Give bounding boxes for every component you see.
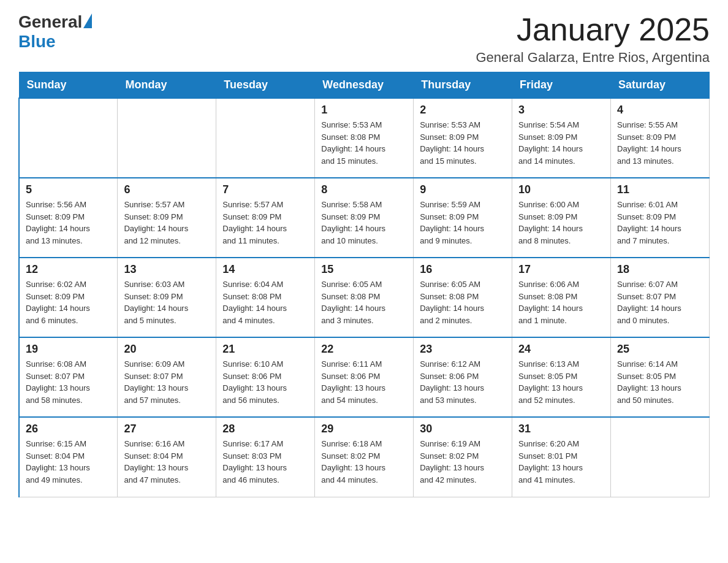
- day-cell-14: 14Sunrise: 6:04 AM Sunset: 8:08 PM Dayli…: [216, 258, 315, 337]
- day-info-17: Sunrise: 6:06 AM Sunset: 8:08 PM Dayligh…: [518, 278, 604, 326]
- day-number-4: 4: [617, 104, 703, 117]
- day-number-13: 13: [124, 263, 210, 276]
- day-info-24: Sunrise: 6:13 AM Sunset: 8:05 PM Dayligh…: [518, 358, 604, 406]
- day-cell-15: 15Sunrise: 6:05 AM Sunset: 8:08 PM Dayli…: [315, 258, 414, 337]
- day-number-31: 31: [518, 423, 604, 435]
- day-number-9: 9: [420, 183, 506, 196]
- week-row-2: 5Sunrise: 5:56 AM Sunset: 8:09 PM Daylig…: [19, 178, 710, 258]
- day-cell-27: 27Sunrise: 6:16 AM Sunset: 8:04 PM Dayli…: [118, 417, 216, 497]
- day-number-15: 15: [321, 263, 407, 276]
- column-header-friday: Friday: [512, 72, 611, 99]
- week-row-3: 12Sunrise: 6:02 AM Sunset: 8:09 PM Dayli…: [19, 258, 710, 337]
- day-info-11: Sunrise: 6:01 AM Sunset: 8:09 PM Dayligh…: [617, 199, 703, 247]
- day-cell-25: 25Sunrise: 6:14 AM Sunset: 8:05 PM Dayli…: [611, 337, 710, 417]
- day-cell-18: 18Sunrise: 6:07 AM Sunset: 8:07 PM Dayli…: [611, 258, 710, 337]
- day-cell-16: 16Sunrise: 6:05 AM Sunset: 8:08 PM Dayli…: [414, 258, 512, 337]
- day-info-5: Sunrise: 5:56 AM Sunset: 8:09 PM Dayligh…: [26, 199, 111, 247]
- logo-text-group: General Blue: [18, 12, 92, 52]
- day-number-11: 11: [617, 183, 703, 196]
- column-header-saturday: Saturday: [611, 72, 710, 99]
- day-info-21: Sunrise: 6:10 AM Sunset: 8:06 PM Dayligh…: [222, 358, 308, 406]
- day-info-27: Sunrise: 6:16 AM Sunset: 8:04 PM Dayligh…: [124, 438, 210, 486]
- day-cell-23: 23Sunrise: 6:12 AM Sunset: 8:06 PM Dayli…: [414, 337, 512, 417]
- day-number-2: 2: [420, 104, 506, 117]
- day-info-4: Sunrise: 5:55 AM Sunset: 8:09 PM Dayligh…: [617, 119, 703, 167]
- day-number-18: 18: [617, 263, 703, 276]
- page-header: General Blue January 2025 General Galarz…: [18, 12, 710, 66]
- day-info-13: Sunrise: 6:03 AM Sunset: 8:09 PM Dayligh…: [124, 278, 210, 326]
- day-info-8: Sunrise: 5:58 AM Sunset: 8:09 PM Dayligh…: [321, 199, 407, 247]
- day-info-12: Sunrise: 6:02 AM Sunset: 8:09 PM Dayligh…: [26, 278, 111, 326]
- day-info-7: Sunrise: 5:57 AM Sunset: 8:09 PM Dayligh…: [222, 199, 308, 247]
- day-number-10: 10: [518, 183, 604, 196]
- day-info-20: Sunrise: 6:09 AM Sunset: 8:07 PM Dayligh…: [124, 358, 210, 406]
- day-cell-17: 17Sunrise: 6:06 AM Sunset: 8:08 PM Dayli…: [512, 258, 611, 337]
- day-number-24: 24: [518, 343, 604, 356]
- day-cell-20: 20Sunrise: 6:09 AM Sunset: 8:07 PM Dayli…: [118, 337, 216, 417]
- day-number-6: 6: [124, 183, 210, 196]
- day-cell-1: 1Sunrise: 5:53 AM Sunset: 8:08 PM Daylig…: [315, 98, 414, 178]
- empty-cell: [216, 98, 315, 178]
- logo-row1: General: [18, 12, 92, 32]
- calendar-title: January 2025: [476, 12, 710, 47]
- logo-triangle-icon: [83, 13, 92, 28]
- day-cell-2: 2Sunrise: 5:53 AM Sunset: 8:09 PM Daylig…: [414, 98, 512, 178]
- day-number-19: 19: [26, 343, 111, 356]
- day-info-30: Sunrise: 6:19 AM Sunset: 8:02 PM Dayligh…: [420, 438, 506, 486]
- day-info-25: Sunrise: 6:14 AM Sunset: 8:05 PM Dayligh…: [617, 358, 703, 406]
- day-number-7: 7: [222, 183, 308, 196]
- day-cell-7: 7Sunrise: 5:57 AM Sunset: 8:09 PM Daylig…: [216, 178, 315, 258]
- day-info-19: Sunrise: 6:08 AM Sunset: 8:07 PM Dayligh…: [26, 358, 111, 406]
- column-header-sunday: Sunday: [19, 72, 118, 99]
- day-number-23: 23: [420, 343, 506, 356]
- logo: General Blue: [18, 12, 92, 52]
- day-number-5: 5: [26, 183, 111, 196]
- day-number-22: 22: [321, 343, 407, 356]
- day-info-23: Sunrise: 6:12 AM Sunset: 8:06 PM Dayligh…: [420, 358, 506, 406]
- day-number-29: 29: [321, 423, 407, 435]
- day-number-30: 30: [420, 423, 506, 435]
- day-number-14: 14: [222, 263, 308, 276]
- week-row-5: 26Sunrise: 6:15 AM Sunset: 8:04 PM Dayli…: [19, 417, 710, 497]
- day-cell-24: 24Sunrise: 6:13 AM Sunset: 8:05 PM Dayli…: [512, 337, 611, 417]
- day-number-25: 25: [617, 343, 703, 356]
- day-number-12: 12: [26, 263, 111, 276]
- day-cell-6: 6Sunrise: 5:57 AM Sunset: 8:09 PM Daylig…: [118, 178, 216, 258]
- day-info-2: Sunrise: 5:53 AM Sunset: 8:09 PM Dayligh…: [420, 119, 506, 167]
- day-cell-30: 30Sunrise: 6:19 AM Sunset: 8:02 PM Dayli…: [414, 417, 512, 497]
- day-info-14: Sunrise: 6:04 AM Sunset: 8:08 PM Dayligh…: [222, 278, 308, 326]
- week-row-4: 19Sunrise: 6:08 AM Sunset: 8:07 PM Dayli…: [19, 337, 710, 417]
- day-number-21: 21: [222, 343, 308, 356]
- column-header-thursday: Thursday: [414, 72, 512, 99]
- day-info-15: Sunrise: 6:05 AM Sunset: 8:08 PM Dayligh…: [321, 278, 407, 326]
- day-number-20: 20: [124, 343, 210, 356]
- day-cell-13: 13Sunrise: 6:03 AM Sunset: 8:09 PM Dayli…: [118, 258, 216, 337]
- day-cell-26: 26Sunrise: 6:15 AM Sunset: 8:04 PM Dayli…: [19, 417, 118, 497]
- day-number-8: 8: [321, 183, 407, 196]
- day-number-28: 28: [222, 423, 308, 435]
- day-cell-12: 12Sunrise: 6:02 AM Sunset: 8:09 PM Dayli…: [19, 258, 118, 337]
- day-number-1: 1: [321, 104, 407, 117]
- day-cell-28: 28Sunrise: 6:17 AM Sunset: 8:03 PM Dayli…: [216, 417, 315, 497]
- column-header-monday: Monday: [118, 72, 216, 99]
- day-cell-10: 10Sunrise: 6:00 AM Sunset: 8:09 PM Dayli…: [512, 178, 611, 258]
- empty-cell: [118, 98, 216, 178]
- empty-cell: [19, 98, 118, 178]
- day-info-31: Sunrise: 6:20 AM Sunset: 8:01 PM Dayligh…: [518, 438, 604, 486]
- day-number-17: 17: [518, 263, 604, 276]
- day-number-16: 16: [420, 263, 506, 276]
- day-info-29: Sunrise: 6:18 AM Sunset: 8:02 PM Dayligh…: [321, 438, 407, 486]
- day-info-3: Sunrise: 5:54 AM Sunset: 8:09 PM Dayligh…: [518, 119, 604, 167]
- day-cell-3: 3Sunrise: 5:54 AM Sunset: 8:09 PM Daylig…: [512, 98, 611, 178]
- day-info-1: Sunrise: 5:53 AM Sunset: 8:08 PM Dayligh…: [321, 119, 407, 167]
- day-info-26: Sunrise: 6:15 AM Sunset: 8:04 PM Dayligh…: [26, 438, 111, 486]
- day-info-6: Sunrise: 5:57 AM Sunset: 8:09 PM Dayligh…: [124, 199, 210, 247]
- calendar-subtitle: General Galarza, Entre Rios, Argentina: [476, 50, 710, 66]
- column-header-wednesday: Wednesday: [315, 72, 414, 99]
- day-info-10: Sunrise: 6:00 AM Sunset: 8:09 PM Dayligh…: [518, 199, 604, 247]
- logo-blue-text: Blue: [18, 32, 56, 52]
- day-cell-8: 8Sunrise: 5:58 AM Sunset: 8:09 PM Daylig…: [315, 178, 414, 258]
- week-row-1: 1Sunrise: 5:53 AM Sunset: 8:08 PM Daylig…: [19, 98, 710, 178]
- day-cell-11: 11Sunrise: 6:01 AM Sunset: 8:09 PM Dayli…: [611, 178, 710, 258]
- day-cell-19: 19Sunrise: 6:08 AM Sunset: 8:07 PM Dayli…: [19, 337, 118, 417]
